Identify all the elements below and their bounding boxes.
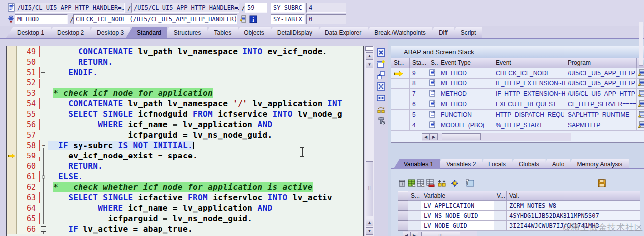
code-line-55[interactable]: 55 SELECT SINGLE icfnodguid FROM icfserv…: [7, 109, 363, 119]
variables-tab-locals[interactable]: Locals: [478, 159, 512, 169]
stack-column-header[interactable]: Sta...: [410, 58, 428, 68]
code-text[interactable]: WHERE icf_name = lv_application AND: [48, 119, 363, 130]
code-editor[interactable]: 49 CONCATENATE lv_path lv_namespace INTO…: [6, 46, 364, 236]
code-line-56[interactable]: 56 WHERE icf_name = lv_application AND: [7, 119, 363, 130]
tab-structures[interactable]: Structures: [163, 27, 208, 38]
fold-node-icon[interactable]: [42, 175, 45, 179]
tab-break-watchpoints[interactable]: Break./Watchpoints: [363, 27, 432, 38]
scroll-down-button[interactable]: ▼: [366, 227, 373, 235]
code-line-63[interactable]: 63 SELECT SINGLE icfactive FROM icfservl…: [7, 192, 363, 203]
tab-standard[interactable]: Standard: [126, 27, 167, 38]
variable-row[interactable]: LV_NODE_GUID3I2I44WJCWUB7IJYCK1741MH3: [398, 221, 640, 231]
stack-row[interactable]: 5FUNCTIONHTTP_DISPATCH_REQU…SAPLHTTP_RUN…: [391, 110, 644, 120]
line-number[interactable]: 63: [17, 192, 40, 203]
code-text[interactable]: SELECT SINGLE icfnodguid FROM icfservice…: [48, 109, 363, 119]
line-number[interactable]: 51: [17, 67, 40, 78]
fold-margin[interactable]: [40, 88, 48, 98]
tab-desktop-1[interactable]: Desktop 1: [6, 27, 51, 38]
breakpoint-margin[interactable]: [7, 213, 17, 224]
line-number-field[interactable]: 59: [245, 3, 267, 13]
tab-objects[interactable]: Objects: [233, 27, 271, 38]
fold-margin[interactable]: [40, 192, 48, 203]
line-number[interactable]: 62: [17, 182, 40, 192]
variables-column-header[interactable]: Variable: [421, 191, 494, 201]
fold-margin[interactable]: [40, 161, 48, 171]
breakpoint-margin[interactable]: [7, 161, 17, 171]
info-icon[interactable]: i: [249, 15, 258, 24]
line-number[interactable]: 53: [17, 88, 40, 98]
fold-margin[interactable]: [40, 78, 48, 88]
line-number[interactable]: 61: [17, 171, 40, 182]
fold-margin[interactable]: [40, 130, 48, 140]
fold-margin[interactable]: [40, 109, 48, 119]
stack-row[interactable]: 6METHODEXECUTE_REQUESTCL_HTTP_SERVER====…: [391, 99, 644, 110]
code-text[interactable]: SELECT SINGLE icfactive FROM icfservloc …: [48, 192, 363, 203]
code-line-66[interactable]: 66− IF lv_active = abap_true.: [7, 224, 363, 234]
variable-name-cell[interactable]: LV_NODE_GUID: [421, 221, 494, 231]
scroll-left-button[interactable]: ◀: [422, 133, 430, 140]
tab-desktop-2[interactable]: Desktop 2: [46, 27, 90, 38]
fold-margin[interactable]: [40, 151, 48, 161]
stack-column-header[interactable]: S..: [428, 58, 438, 68]
scrollbar-thumb[interactable]: ∶∶∶: [421, 232, 460, 236]
breakpoint-margin[interactable]: [7, 130, 17, 140]
variables-column-header[interactable]: S...: [408, 191, 421, 201]
row-selector[interactable]: [398, 201, 408, 211]
code-line-64[interactable]: 64 WHERE icf_name = lv_application AND: [7, 203, 363, 213]
stack-row[interactable]: 8METHODIF_HTTP_EXTENSION~H…/UI5/CL_UI5_A…: [391, 79, 644, 89]
variables-horizontal-scrollbar[interactable]: ◀ ▶ ∶∶∶: [402, 231, 477, 236]
breakpoint-margin[interactable]: [7, 78, 17, 88]
variable-value-cell[interactable]: ZCRM_NOTES_W8: [507, 201, 640, 211]
variables-tab-globals[interactable]: Globals: [508, 159, 546, 169]
filter-icon[interactable]: [465, 179, 474, 188]
scroll-up-button[interactable]: ▲: [366, 52, 373, 60]
code-text[interactable]: RETURN.: [48, 57, 363, 67]
code-line-57[interactable]: 57 icfparguid = lv_ns_node_guid.: [7, 130, 363, 140]
fold-margin[interactable]: [40, 98, 48, 109]
tab-detaildisplay[interactable]: DetailDisplay: [266, 27, 319, 38]
scrollbar-thumb[interactable]: ∶∶∶: [442, 133, 481, 140]
variables-column-header[interactable]: [398, 191, 408, 201]
scroll-right-button[interactable]: ▶: [410, 232, 418, 236]
line-number[interactable]: 66: [17, 224, 40, 234]
line-number[interactable]: 50: [17, 57, 40, 67]
breakpoint-margin[interactable]: [7, 98, 17, 109]
code-text[interactable]: ENDIF.: [48, 67, 363, 78]
breakpoint-margin[interactable]: [7, 140, 17, 151]
editor-vertical-scrollbar[interactable]: ▲ ▼ ∷∷ ▲ ▼: [365, 46, 374, 236]
detail-icon[interactable]: [239, 15, 247, 24]
fit-width-icon[interactable]: [376, 93, 386, 103]
navigate-icon[interactable]: [638, 90, 644, 97]
fold-margin[interactable]: [40, 171, 48, 182]
breakpoint-margin[interactable]: [7, 192, 17, 203]
code-line-65[interactable]: 65 icfparguid = lv_ns_node_guid.: [7, 213, 363, 224]
fold-margin[interactable]: [40, 67, 48, 78]
line-number[interactable]: 64: [17, 203, 40, 213]
variable-name-cell[interactable]: LV_NS_NODE_GUID: [421, 211, 494, 221]
breakpoint-margin[interactable]: [7, 224, 17, 234]
create-entry-icon[interactable]: [407, 179, 416, 188]
stack-horizontal-scrollbar[interactable]: ◀ ▶ ∶∶∶: [422, 133, 571, 141]
stack-column-header[interactable]: St...: [391, 58, 410, 68]
stack-column-header[interactable]: Event Type: [438, 58, 493, 68]
code-line-49[interactable]: 49 CONCATENATE lv_path lv_namespace INTO…: [7, 46, 363, 57]
code-text[interactable]: icfparguid = lv_ns_node_guid.: [48, 213, 363, 224]
variables-tab-variables-2[interactable]: Variables 2: [435, 159, 482, 169]
display-entry-icon[interactable]: [416, 179, 425, 188]
remove-entry-icon[interactable]: [426, 179, 435, 188]
code-line-54[interactable]: 54 CONCATENATE lv_path lv_namespace '/' …: [7, 98, 363, 109]
compare-icon[interactable]: [437, 179, 446, 188]
tab-data-explorer[interactable]: Data Explorer: [314, 27, 368, 38]
code-text[interactable]: * check whether icf node for application…: [48, 182, 363, 192]
code-line-50[interactable]: 50 RETURN.: [7, 57, 363, 67]
event-name-field[interactable]: CHECK_ICF_NODE (/UI5/CL_UI5_APP_HTTP_HAN…: [73, 14, 237, 24]
line-number[interactable]: 52: [17, 78, 40, 88]
stack-program-field-2[interactable]: /UI5/CL_UI5_APP_HTTP_HANDLER=…: [131, 3, 239, 13]
fold-margin[interactable]: [40, 182, 48, 192]
breakpoint-margin[interactable]: [7, 171, 17, 182]
breakpoint-margin[interactable]: [7, 57, 17, 67]
navigate-icon[interactable]: [638, 121, 644, 128]
fold-margin[interactable]: −: [40, 224, 48, 234]
code-text[interactable]: ELSE.: [48, 171, 363, 182]
variables-column-header[interactable]: Val.: [507, 191, 640, 201]
